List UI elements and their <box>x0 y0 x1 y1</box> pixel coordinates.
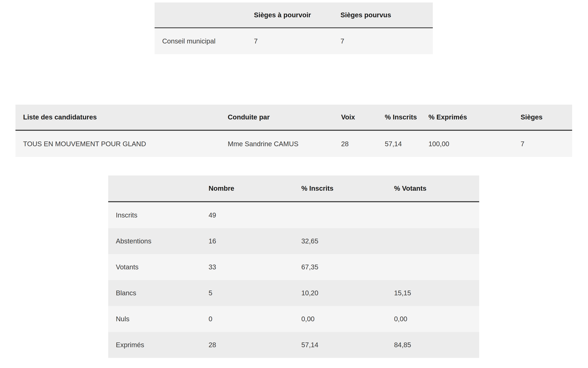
participation-header-pct-votants: % Votants <box>386 184 479 193</box>
participation-table-header: Nombre % Inscrits % Votants <box>108 175 479 202</box>
row-label: Nuls <box>108 315 201 323</box>
candidate-voix-value: 28 <box>333 140 377 148</box>
row-label: Blancs <box>108 289 201 297</box>
candidate-conduite-par-value: Mme Sandrine CAMUS <box>220 140 333 148</box>
seats-table-header: Sièges à pourvoir Sièges pourvus <box>155 2 433 28</box>
participation-row-exprimes: Exprimés 28 57,14 84,85 <box>108 332 479 358</box>
nombre-value: 5 <box>201 289 294 297</box>
seats-pourvus-value: 7 <box>333 37 433 45</box>
pct-inscrits-value: 0,00 <box>294 315 386 323</box>
participation-row-abstentions: Abstentions 16 32,65 <box>108 228 479 254</box>
participation-table: Nombre % Inscrits % Votants Inscrits 49 … <box>108 175 479 358</box>
candidates-header-conduite-par: Conduite par <box>220 113 333 121</box>
candidates-header-liste: Liste des candidatures <box>15 113 220 121</box>
participation-row-inscrits: Inscrits 49 <box>108 202 479 228</box>
participation-row-nuls: Nuls 0 0,00 0,00 <box>108 306 479 332</box>
candidate-sieges-value: 7 <box>513 140 572 148</box>
row-label: Votants <box>108 263 201 271</box>
candidate-pct-inscrits-value: 57,14 <box>377 140 421 148</box>
candidates-header-sieges: Sièges <box>513 113 572 121</box>
pct-inscrits-value: 32,65 <box>294 237 386 245</box>
candidate-pct-exprimes-value: 100,00 <box>421 140 513 148</box>
candidates-header-pct-inscrits: % Inscrits <box>377 113 421 121</box>
candidates-table-header: Liste des candidatures Conduite par Voix… <box>15 105 572 131</box>
nombre-value: 33 <box>201 263 294 271</box>
participation-row-votants: Votants 33 67,35 <box>108 254 479 280</box>
row-label: Abstentions <box>108 237 201 245</box>
election-results-page: Sièges à pourvoir Sièges pourvus Conseil… <box>0 0 588 368</box>
participation-row-blancs: Blancs 5 10,20 15,15 <box>108 280 479 306</box>
pct-inscrits-value: 10,20 <box>294 289 386 297</box>
pct-votants-value: 15,15 <box>386 289 479 297</box>
nombre-value: 0 <box>201 315 294 323</box>
candidates-header-voix: Voix <box>333 113 377 121</box>
row-label: Exprimés <box>108 341 201 349</box>
candidates-header-pct-exprimes: % Exprimés <box>421 113 513 121</box>
nombre-value: 49 <box>201 211 294 219</box>
pct-inscrits-value: 57,14 <box>294 341 386 349</box>
nombre-value: 28 <box>201 341 294 349</box>
seats-a-pourvoir-value: 7 <box>246 37 333 45</box>
candidate-liste-cell: TOUS EN MOUVEMENT POUR GLAND <box>15 140 220 148</box>
seats-row-label: Conseil municipal <box>155 37 246 45</box>
candidates-table-row: TOUS EN MOUVEMENT POUR GLAND Mme Sandrin… <box>15 131 572 157</box>
pct-votants-value: 84,85 <box>386 341 479 349</box>
pct-votants-value: 0,00 <box>386 315 479 323</box>
seats-table: Sièges à pourvoir Sièges pourvus Conseil… <box>155 2 433 54</box>
row-label: Inscrits <box>108 211 201 219</box>
participation-header-nombre: Nombre <box>201 184 294 193</box>
pct-inscrits-value: 67,35 <box>294 263 386 271</box>
nombre-value: 16 <box>201 237 294 245</box>
seats-header-a-pourvoir: Sièges à pourvoir <box>246 11 333 19</box>
candidates-table: Liste des candidatures Conduite par Voix… <box>15 105 572 157</box>
seats-header-pourvus: Sièges pourvus <box>333 11 433 19</box>
participation-header-pct-inscrits: % Inscrits <box>294 184 386 193</box>
candidate-liste-link[interactable]: TOUS EN MOUVEMENT POUR GLAND <box>23 140 146 148</box>
seats-table-row: Conseil municipal 7 7 <box>155 28 433 54</box>
